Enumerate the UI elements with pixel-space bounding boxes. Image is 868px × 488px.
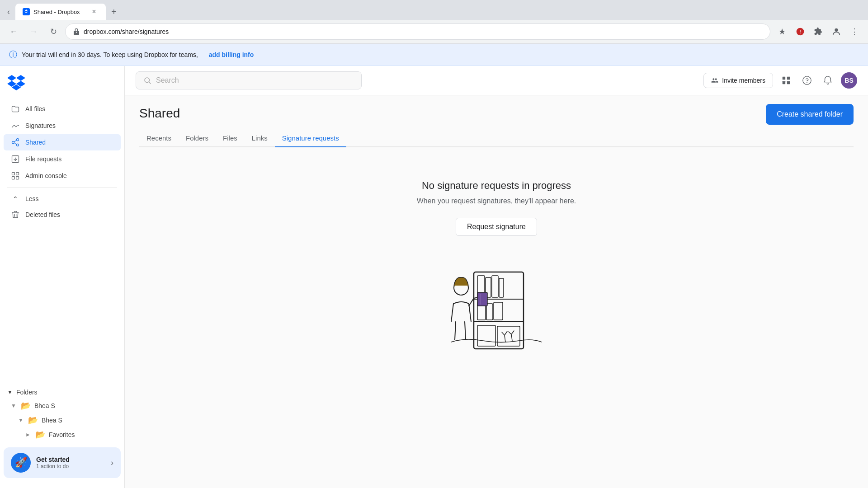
folders-header[interactable]: ▼ Folders bbox=[4, 386, 121, 399]
svg-point-15 bbox=[145, 78, 150, 83]
avatar[interactable]: BS bbox=[841, 72, 857, 89]
rocket-icon: 🚀 bbox=[11, 453, 31, 473]
billing-link[interactable]: add billing info bbox=[209, 51, 254, 58]
folders-divider bbox=[7, 382, 117, 382]
url-text: dropbox.com/share/signatures bbox=[84, 28, 763, 35]
shared-icon bbox=[11, 138, 20, 147]
empty-state: No signature requests in progress When y… bbox=[139, 162, 854, 382]
folder-label-bhea-s-root: Bhea S bbox=[34, 402, 55, 409]
svg-point-3 bbox=[835, 28, 838, 32]
browser-chrome: ‹ Shared - Dropbox × + ← → ↻ dropbox.com… bbox=[0, 0, 868, 44]
admin-console-icon bbox=[11, 171, 20, 180]
sidebar-item-all-files[interactable]: All files bbox=[4, 101, 121, 117]
sidebar-item-admin-console[interactable]: Admin console bbox=[4, 168, 121, 184]
info-banner: ⓘ Your trial will end in 30 days. To kee… bbox=[0, 44, 868, 66]
sidebar-label-all-files: All files bbox=[25, 105, 45, 113]
sidebar: All files Signatures Shared File request… bbox=[0, 66, 125, 488]
help-button[interactable] bbox=[799, 73, 815, 88]
request-signature-button[interactable]: Request signature bbox=[456, 218, 537, 236]
svg-rect-20 bbox=[787, 81, 790, 84]
sidebar-item-shared[interactable]: Shared bbox=[4, 134, 121, 150]
svg-point-21 bbox=[803, 76, 811, 84]
svg-point-22 bbox=[807, 82, 807, 83]
search-placeholder: Search bbox=[156, 76, 179, 84]
tab-close-button[interactable]: × bbox=[90, 7, 99, 16]
get-started-card[interactable]: 🚀 Get started 1 action to do › bbox=[4, 447, 121, 478]
get-started-subtitle: 1 action to do bbox=[36, 463, 105, 469]
svg-point-6 bbox=[17, 144, 19, 146]
sidebar-label-signatures: Signatures bbox=[25, 122, 56, 129]
less-icon: ⌃ bbox=[11, 195, 20, 202]
person-add-icon bbox=[711, 77, 718, 84]
get-started-title: Get started bbox=[36, 456, 105, 463]
sidebar-label-file-requests: File requests bbox=[25, 155, 61, 163]
tab-label: Shared - Dropbox bbox=[33, 9, 86, 15]
tab-files[interactable]: Files bbox=[216, 130, 245, 147]
browser-actions: ★ ! ⋮ bbox=[774, 23, 863, 40]
svg-rect-11 bbox=[12, 173, 15, 175]
address-bar: ← → ↻ dropbox.com/share/signatures ★ ! ⋮ bbox=[0, 20, 868, 43]
chevron-down-icon: ▼ bbox=[7, 389, 13, 395]
forward-button[interactable]: → bbox=[25, 23, 42, 40]
svg-rect-13 bbox=[12, 177, 15, 179]
grid-button[interactable] bbox=[778, 73, 794, 88]
folder-icon-bhea-s-root: 📂 bbox=[21, 401, 31, 411]
tab-recents[interactable]: Recents bbox=[139, 130, 179, 147]
folder-icon-favorites: 📂 bbox=[35, 430, 45, 440]
svg-line-16 bbox=[149, 82, 151, 84]
folder-item-bhea-s-root[interactable]: ▼ 📂 Bhea S bbox=[4, 399, 121, 413]
sidebar-item-deleted-files[interactable]: Deleted files bbox=[4, 206, 121, 223]
create-shared-folder-button[interactable]: Create shared folder bbox=[766, 104, 854, 125]
svg-point-4 bbox=[17, 139, 19, 141]
signatures-icon bbox=[11, 121, 20, 130]
profile-manage-button[interactable] bbox=[828, 23, 844, 40]
active-tab[interactable]: Shared - Dropbox × bbox=[15, 4, 106, 20]
folder-item-favorites[interactable]: ► 📂 Favorites bbox=[4, 427, 121, 442]
new-tab-button[interactable]: + bbox=[108, 5, 120, 19]
chevron-down-icon: ▼ bbox=[11, 403, 16, 409]
reload-button[interactable]: ↻ bbox=[45, 23, 61, 40]
svg-line-7 bbox=[14, 140, 17, 142]
get-started-arrow-icon: › bbox=[111, 458, 113, 468]
svg-line-8 bbox=[14, 143, 17, 145]
chevron-right-icon: ► bbox=[25, 432, 31, 438]
tab-nav-prev[interactable]: ‹ bbox=[4, 5, 14, 19]
notifications-button[interactable] bbox=[820, 73, 835, 88]
tab-links[interactable]: Links bbox=[245, 130, 275, 147]
svg-rect-12 bbox=[16, 173, 19, 175]
sidebar-item-signatures[interactable]: Signatures bbox=[4, 117, 121, 134]
tab-signature-requests[interactable]: Signature requests bbox=[275, 130, 346, 147]
tab-bar: ‹ Shared - Dropbox × + bbox=[0, 0, 868, 20]
folders-label: Folders bbox=[16, 389, 38, 396]
back-button[interactable]: ← bbox=[5, 23, 22, 40]
svg-rect-23 bbox=[474, 272, 524, 349]
svg-rect-32 bbox=[494, 302, 503, 320]
bookmark-button[interactable]: ★ bbox=[774, 23, 790, 40]
extensions-button[interactable] bbox=[810, 23, 826, 40]
search-box[interactable]: Search bbox=[136, 71, 362, 89]
trash-icon bbox=[11, 210, 20, 219]
sidebar-label-deleted-files: Deleted files bbox=[25, 211, 60, 218]
svg-rect-36 bbox=[477, 292, 487, 306]
folder-label-bhea-s-sub: Bhea S bbox=[42, 417, 62, 424]
svg-rect-18 bbox=[787, 77, 790, 80]
nav-divider bbox=[7, 188, 117, 188]
sidebar-item-file-requests[interactable]: File requests bbox=[4, 151, 121, 167]
sidebar-logo[interactable] bbox=[0, 71, 124, 100]
tab-folders[interactable]: Folders bbox=[179, 130, 216, 147]
svg-rect-28 bbox=[492, 276, 498, 297]
more-button[interactable]: ⋮ bbox=[846, 23, 863, 40]
main-content: Search Invite members BS Creat bbox=[125, 66, 868, 488]
empty-subtitle: When you request signatures, they'll app… bbox=[417, 197, 576, 205]
svg-rect-17 bbox=[783, 77, 785, 80]
content-area: Shared Recents Folders Files Links Signa… bbox=[125, 95, 868, 488]
svg-point-5 bbox=[12, 141, 14, 144]
folder-item-bhea-s-sub[interactable]: ▼ 📂 Bhea S bbox=[4, 413, 121, 427]
url-bar[interactable]: dropbox.com/share/signatures bbox=[65, 23, 770, 40]
invite-members-button[interactable]: Invite members bbox=[703, 73, 773, 88]
topbar: Search Invite members BS bbox=[125, 66, 868, 95]
svg-rect-14 bbox=[16, 177, 19, 179]
shield-button[interactable]: ! bbox=[792, 23, 808, 40]
sidebar-item-less[interactable]: ⌃ Less bbox=[4, 192, 121, 206]
get-started-text: Get started 1 action to do bbox=[36, 456, 105, 469]
